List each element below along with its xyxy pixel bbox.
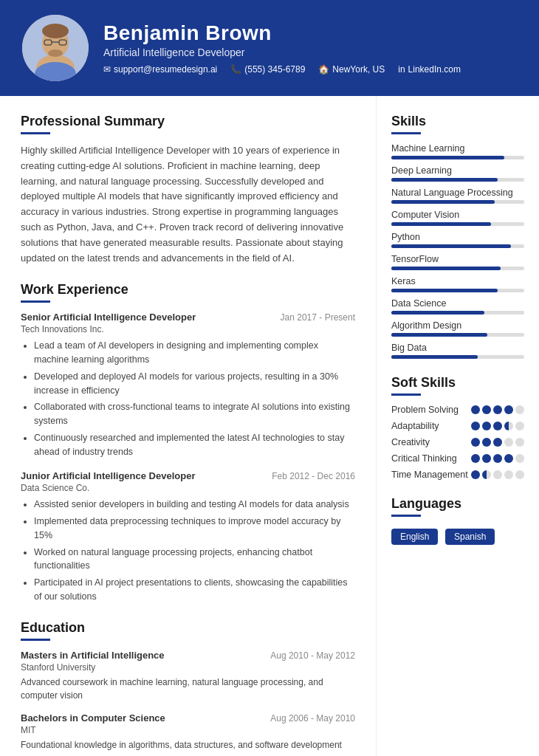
skill-item: Natural Language Processing [391,188,524,204]
skill-name: Deep Learning [391,165,524,176]
skill-bar [391,178,524,182]
work-divider [21,300,50,303]
summary-text: Highly skilled Artificial Intelligence D… [21,143,355,266]
job-bullets: Lead a team of AI developers in designin… [21,339,355,458]
skill-bar [391,333,524,337]
dot-filled [504,454,513,463]
languages-divider [391,515,421,517]
languages-title: Languages [391,496,524,512]
edu-date: Aug 2010 - May 2012 [270,650,355,661]
edu-item: Bachelors in Computer Science Aug 2006 -… [21,712,355,752]
job-title: Senior Artificial Intelligence Developer [21,312,196,323]
job-item: Senior Artificial Intelligence Developer… [21,312,355,458]
job-date: Feb 2012 - Dec 2016 [272,471,355,481]
edu-item: Masters in Artificial Intelligence Aug 2… [21,650,355,702]
skill-item: Keras [391,276,524,292]
summary-title: Professional Summary [21,114,355,129]
resume-header: Benjamin Brown Artificial Intelligence D… [0,0,539,96]
location-contact: 🏠 NewYork, US [318,64,385,75]
bullet-item: Continuously researched and implemented … [34,431,355,459]
soft-skill-item: Time Management [391,470,524,480]
work-title: Work Experience [21,282,355,298]
contact-bar: ✉ support@resumedesign.ai 📞 (555) 345-67… [103,64,461,75]
dot-filled [471,470,480,479]
skill-bar [391,244,524,248]
dot-filled [471,438,480,447]
dots-container [471,438,524,447]
skills-title: Skills [391,114,524,129]
soft-skill-name: Time Management [391,470,471,480]
education-divider [21,639,50,641]
bullet-item: Worked on natural language processing pr… [34,546,355,574]
skill-fill [391,222,491,226]
language-badge: English [391,529,438,545]
phone-contact: 📞 (555) 345-6789 [230,64,305,75]
soft-skill-item: Creativity [391,437,524,447]
skills-section: Skills Machine Learning Deep Learning Na… [391,114,524,359]
job-company: Tech Innovations Inc. [21,324,355,334]
job-bullets: Assisted senior developers in building a… [21,498,355,603]
edu-school: MIT [21,725,355,735]
header-info: Benjamin Brown Artificial Intelligence D… [103,21,461,75]
skill-fill [391,267,501,270]
soft-skill-item: Critical Thinking [391,453,524,464]
skill-name: TensorFlow [391,254,524,264]
dot-half [504,422,513,430]
linkedin-contact: in LinkedIn.com [398,64,461,75]
soft-skills-section: Soft Skills Problem Solving Adaptability [391,375,524,480]
right-column: Skills Machine Learning Deep Learning Na… [377,96,539,756]
skill-name: Data Science [391,298,524,309]
job-company: Data Science Co. [21,483,355,493]
bullet-item: Implemented data preprocessing technique… [34,515,355,543]
svg-point-8 [48,49,63,57]
left-column: Professional Summary Highly skilled Arti… [0,96,377,756]
dots-container [471,405,524,414]
bullet-item: Lead a team of AI developers in designin… [34,339,355,367]
skill-fill [391,355,478,359]
linkedin-icon: in [398,64,405,75]
skill-bar [391,222,524,226]
dot-filled [471,422,480,430]
job-date: Jan 2017 - Present [281,312,355,323]
skill-fill [391,200,495,204]
job-item: Junior Artificial Intelligence Developer… [21,470,355,603]
edu-header: Masters in Artificial Intelligence Aug 2… [21,650,355,661]
dot-empty [515,422,524,430]
soft-skills-divider [391,394,421,396]
dot-filled [493,422,502,430]
language-badge: Spanish [445,529,495,545]
skill-name: Machine Learning [391,143,524,154]
edu-desc: Advanced coursework in machine learning,… [21,676,355,702]
dot-filled [482,454,491,463]
summary-section: Professional Summary Highly skilled Arti… [21,114,355,266]
skill-bar [391,355,524,359]
job-header: Senior Artificial Intelligence Developer… [21,312,355,323]
skill-name: Keras [391,276,524,286]
dot-filled [471,405,480,414]
dot-filled [504,405,513,414]
soft-skill-item: Problem Solving [391,405,524,415]
soft-skills-title: Soft Skills [391,375,524,391]
skill-name: Algorithm Design [391,320,524,331]
skills-divider [391,132,421,134]
edu-desc: Foundational knowledge in algorithms, da… [21,738,355,752]
candidate-name: Benjamin Brown [103,21,461,45]
skill-item: TensorFlow [391,254,524,270]
edu-degree: Masters in Artificial Intelligence [21,650,165,661]
summary-divider [21,132,50,134]
dot-empty [515,470,524,479]
skill-fill [391,311,484,315]
job-header: Junior Artificial Intelligence Developer… [21,470,355,481]
skill-name: Big Data [391,343,524,353]
bullet-item: Collaborated with cross-functional teams… [34,400,355,428]
skill-item: Algorithm Design [391,320,524,337]
skill-name: Natural Language Processing [391,188,524,198]
skill-fill [391,289,498,292]
dot-filled [493,438,502,447]
dot-filled [482,405,491,414]
dot-empty [493,470,502,479]
candidate-title: Artificial Intelligence Developer [103,47,461,58]
skill-bar [391,156,524,159]
education-section: Education Masters in Artificial Intellig… [21,620,355,752]
location-icon: 🏠 [318,64,329,75]
